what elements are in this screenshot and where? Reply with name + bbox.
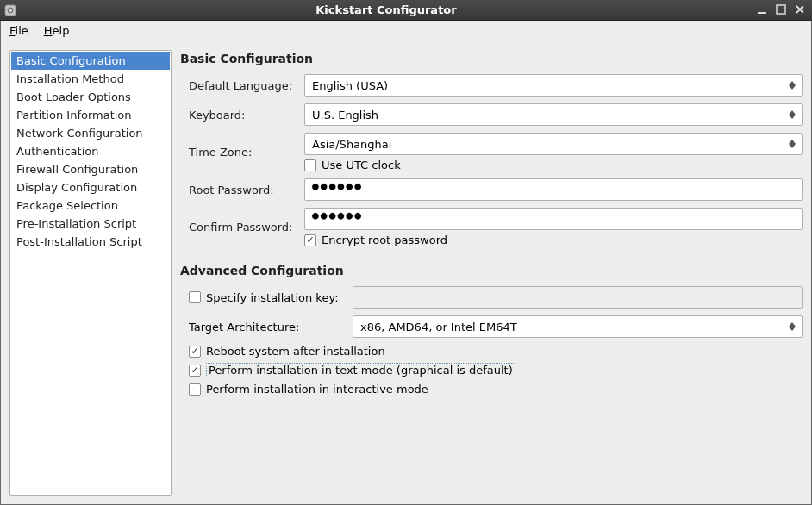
- default-language-select[interactable]: English (USA): [304, 74, 803, 97]
- target-arch-value: x86, AMD64, or Intel EM64T: [360, 321, 517, 334]
- basic-title: Basic Configuration: [180, 52, 803, 65]
- sidebar-item-installation-method[interactable]: Installation Method: [11, 70, 170, 88]
- interactive-checkbox-row[interactable]: Perform installation in interactive mode: [180, 383, 803, 396]
- sidebar-item-display-configuration[interactable]: Display Configuration: [11, 178, 170, 196]
- keyboard-value: U.S. English: [312, 109, 378, 122]
- confirm-password-label: Confirm Password:: [180, 221, 297, 234]
- menu-help[interactable]: Help: [41, 22, 73, 39]
- sidebar-item-pre-installation-script[interactable]: Pre-Installation Script: [11, 215, 170, 233]
- window-body: File Help Basic Configuration Installati…: [0, 21, 812, 505]
- default-language-value: English (USA): [312, 79, 388, 92]
- text-mode-checkbox-row[interactable]: Perform installation in text mode (graph…: [180, 363, 803, 377]
- window-title: Kickstart Configurator: [17, 3, 755, 16]
- specify-key-checkbox-row[interactable]: Specify installation key:: [180, 291, 346, 304]
- interactive-checkbox[interactable]: [189, 383, 201, 396]
- close-button[interactable]: [793, 4, 807, 16]
- spinner-icon: [786, 318, 798, 335]
- advanced-title: Advanced Configuration: [180, 264, 803, 277]
- basic-section: Basic Configuration Default Language: En…: [180, 52, 803, 246]
- content: Basic Configuration Installation Method …: [1, 41, 811, 504]
- sidebar-item-firewall-configuration[interactable]: Firewall Configuration: [11, 160, 170, 178]
- target-arch-select[interactable]: x86, AMD64, or Intel EM64T: [353, 315, 803, 338]
- reboot-checkbox-row[interactable]: Reboot system after installation: [180, 345, 803, 358]
- keyboard-label: Keyboard:: [180, 109, 297, 122]
- encrypt-label: Encrypt root password: [322, 234, 447, 246]
- sidebar[interactable]: Basic Configuration Installation Method …: [9, 50, 172, 496]
- encrypt-checkbox[interactable]: [304, 234, 316, 246]
- spinner-icon: [786, 135, 798, 153]
- minimize-button[interactable]: [755, 4, 769, 16]
- titlebar: Kickstart Configurator: [0, 0, 812, 21]
- utc-checkbox[interactable]: [304, 159, 316, 171]
- default-language-label: Default Language:: [180, 79, 297, 92]
- keyboard-select[interactable]: U.S. English: [304, 103, 803, 126]
- utc-checkbox-row[interactable]: Use UTC clock: [304, 159, 803, 171]
- main-panel: Basic Configuration Default Language: En…: [180, 50, 803, 496]
- spinner-icon: [786, 77, 798, 94]
- reboot-checkbox[interactable]: [189, 346, 201, 358]
- svg-rect-3: [777, 5, 785, 14]
- specify-key-label: Specify installation key:: [206, 291, 339, 304]
- text-mode-label: Perform installation in text mode (graph…: [206, 363, 515, 377]
- menubar: File Help: [1, 21, 811, 41]
- confirm-password-input[interactable]: ●●●●●●: [304, 208, 803, 230]
- target-arch-label: Target Architecture:: [180, 321, 346, 334]
- text-mode-checkbox[interactable]: [189, 365, 201, 377]
- sidebar-item-partition-information[interactable]: Partition Information: [11, 106, 170, 124]
- timezone-select[interactable]: Asia/Shanghai: [304, 133, 803, 155]
- specify-key-input: [353, 286, 803, 309]
- sidebar-item-basic-configuration[interactable]: Basic Configuration: [11, 52, 170, 70]
- advanced-section: Advanced Configuration Specify installat…: [180, 264, 803, 396]
- svg-rect-2: [758, 12, 766, 14]
- timezone-label: Time Zone:: [180, 146, 297, 159]
- utc-label: Use UTC clock: [322, 159, 401, 171]
- interactive-label: Perform installation in interactive mode: [206, 383, 428, 396]
- sidebar-item-package-selection[interactable]: Package Selection: [11, 196, 170, 215]
- sidebar-item-authentication[interactable]: Authentication: [11, 142, 170, 160]
- window-controls: [755, 4, 812, 16]
- spinner-icon: [786, 106, 798, 123]
- reboot-label: Reboot system after installation: [206, 345, 385, 358]
- timezone-value: Asia/Shanghai: [312, 138, 391, 151]
- menu-file[interactable]: File: [6, 22, 32, 39]
- sidebar-item-network-configuration[interactable]: Network Configuration: [11, 124, 170, 142]
- sidebar-item-post-installation-script[interactable]: Post-Installation Script: [11, 233, 170, 251]
- maximize-button[interactable]: [774, 4, 788, 16]
- root-password-input[interactable]: ●●●●●●: [304, 178, 803, 201]
- encrypt-checkbox-row[interactable]: Encrypt root password: [304, 234, 803, 246]
- app-icon: [3, 3, 17, 17]
- sidebar-item-boot-loader-options[interactable]: Boot Loader Options: [11, 88, 170, 106]
- specify-key-checkbox[interactable]: [189, 291, 201, 303]
- svg-rect-0: [5, 5, 16, 16]
- root-password-label: Root Password:: [180, 184, 297, 196]
